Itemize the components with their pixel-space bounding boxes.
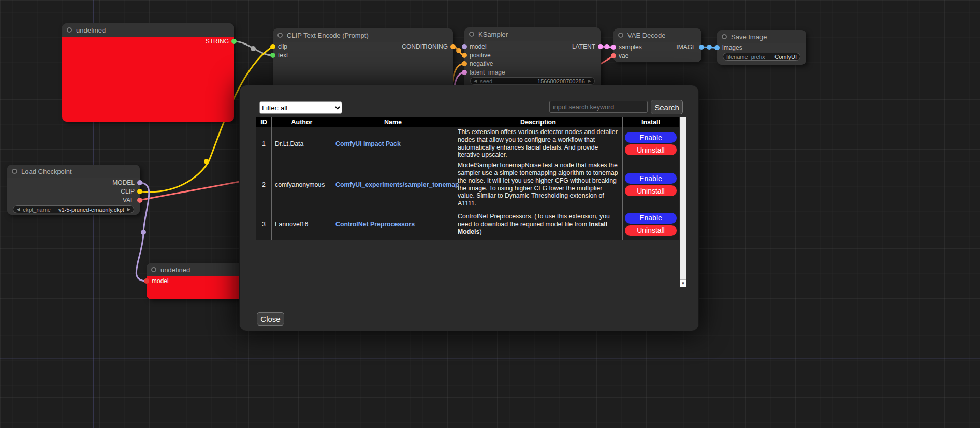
node-header[interactable]: KSampler <box>464 27 601 41</box>
scroll-down-icon[interactable]: ▼ <box>680 279 686 287</box>
slot-label: LATENT <box>572 43 595 50</box>
string-slot-dot-icon[interactable] <box>270 53 275 58</box>
decrement-arrow-icon[interactable]: ◀ <box>17 208 20 212</box>
node-title: Save Image <box>731 33 767 41</box>
extension-id: 1 <box>256 127 272 160</box>
output-slot-conditioning[interactable]: CONDITIONING <box>402 42 453 51</box>
increment-arrow-icon[interactable]: ▶ <box>588 79 591 83</box>
image-slot-dot-icon[interactable] <box>714 45 720 50</box>
enable-button[interactable]: Enable <box>625 213 677 224</box>
node-save-image[interactable]: Save Image images filename_prefix ComfyU… <box>717 30 806 65</box>
enable-button[interactable]: Enable <box>625 132 677 143</box>
node-load-checkpoint[interactable]: Load Checkpoint MODEL CLIP VAE ◀ ckpt_na… <box>7 165 140 215</box>
clip-slot-dot-icon[interactable] <box>270 44 275 49</box>
decrement-arrow-icon[interactable]: ◀ <box>474 79 477 83</box>
collapse-dot-icon[interactable] <box>469 32 474 37</box>
collapse-dot-icon[interactable] <box>12 169 17 174</box>
extension-author: Fannovel16 <box>272 209 332 240</box>
latent-slot-dot-icon[interactable] <box>611 45 616 50</box>
ckpt-name-widget[interactable]: ◀ ckpt_name v1-5-pruned-emaonly.ckpt ▶ <box>13 205 134 213</box>
seed-widget[interactable]: ◀ seed 156680208700286 ▶ <box>470 77 595 85</box>
conditioning-slot-dot-icon[interactable] <box>462 61 467 66</box>
string-slot-dot-icon[interactable] <box>231 39 237 44</box>
image-slot-dot-icon[interactable] <box>699 45 704 50</box>
node-title: undefined <box>160 266 190 274</box>
slot-label: positive <box>470 52 491 59</box>
extension-author: Dr.Lt.Data <box>272 127 332 160</box>
input-slot-positive[interactable]: positive <box>464 51 491 60</box>
latent-slot-dot-icon[interactable] <box>462 70 467 75</box>
collapse-dot-icon[interactable] <box>722 34 727 39</box>
slot-label: model <box>152 277 169 285</box>
input-slot-samples[interactable]: samples <box>613 43 642 51</box>
node-header[interactable]: undefined <box>62 23 234 37</box>
extension-author: comfyanonymous <box>272 160 332 209</box>
node-header[interactable]: VAE Decode <box>613 28 701 42</box>
input-slot-vae[interactable]: vae <box>613 52 628 60</box>
conditioning-slot-dot-icon[interactable] <box>450 44 456 49</box>
model-slot-dot-icon[interactable] <box>462 44 467 49</box>
wire-midpoint-dot <box>251 46 256 51</box>
search-input[interactable] <box>549 101 648 113</box>
vae-slot-dot-icon[interactable] <box>137 198 142 203</box>
extension-link[interactable]: ControlNet Preprocessors <box>335 220 415 228</box>
node-header[interactable]: CLIP Text Encode (Prompt) <box>273 28 453 42</box>
slot-label: negative <box>470 60 493 67</box>
search-button[interactable]: Search <box>651 100 683 114</box>
input-slot-model[interactable]: model <box>464 42 487 51</box>
input-slot-negative[interactable]: negative <box>464 60 493 68</box>
latent-slot-dot-icon[interactable] <box>598 44 603 49</box>
wire-midpoint-dot <box>456 48 461 53</box>
uninstall-button[interactable]: Uninstall <box>625 225 677 236</box>
slot-label: STRING <box>206 38 229 45</box>
close-button[interactable]: Close <box>257 312 284 326</box>
extension-link[interactable]: ComfyUI_experiments/sampler_tonemap <box>335 181 459 188</box>
graph-canvas[interactable]: { "colors": { "canvas_bg": "#1E1E1E", "n… <box>0 0 980 428</box>
wire-midpoint-dot <box>604 44 609 49</box>
output-slot-latent[interactable]: LATENT <box>572 42 601 51</box>
extension-description: ControlNet Preprocessors. (To use this e… <box>454 209 623 240</box>
output-slot-string[interactable]: STRING <box>206 37 234 46</box>
collapse-dot-icon[interactable] <box>618 33 623 38</box>
input-slot-images[interactable]: images <box>717 43 742 52</box>
slot-label: clip <box>278 43 287 50</box>
vae-slot-dot-icon[interactable] <box>611 53 616 58</box>
extension-table: ID Author Name Description Install 1Dr.L… <box>256 117 679 240</box>
collapse-dot-icon[interactable] <box>277 33 283 38</box>
input-slot-text[interactable]: text <box>273 51 288 60</box>
node-header[interactable]: Save Image <box>717 30 806 43</box>
widget-value: 156680208700286 <box>537 78 585 84</box>
collapse-dot-icon[interactable] <box>67 27 72 33</box>
collapse-dot-icon[interactable] <box>151 267 156 272</box>
input-slot-latent-image[interactable]: latent_image <box>464 68 505 77</box>
install-cell: EnableUninstall <box>623 127 679 160</box>
node-undefined-top[interactable]: undefined STRING <box>62 23 234 122</box>
output-slot-image[interactable]: IMAGE <box>676 43 701 51</box>
output-slot-clip[interactable]: CLIP <box>121 187 140 196</box>
node-vae-decode[interactable]: VAE Decode samples vae IMAGE <box>613 28 701 62</box>
clip-slot-dot-icon[interactable] <box>137 189 142 194</box>
uninstall-button[interactable]: Uninstall <box>625 144 677 155</box>
filter-select[interactable]: Filter: all <box>259 101 342 114</box>
node-header[interactable]: Load Checkpoint <box>7 165 140 178</box>
extension-link[interactable]: ComfyUI Impact Pack <box>335 140 401 147</box>
model-slot-dot-icon[interactable] <box>137 180 142 185</box>
extension-description: This extension offers various detector n… <box>454 127 623 160</box>
uninstall-button[interactable]: Uninstall <box>625 185 677 196</box>
extension-id: 2 <box>256 160 272 209</box>
install-cell: EnableUninstall <box>623 160 679 209</box>
enable-button[interactable]: Enable <box>625 173 677 184</box>
table-scrollbar[interactable]: ▼ <box>680 117 686 287</box>
manager-dialog: Filter: all Search ID Author Name Descri… <box>239 85 699 331</box>
output-slot-vae[interactable]: VAE <box>123 196 140 204</box>
increment-arrow-icon[interactable]: ▶ <box>127 208 130 212</box>
input-slot-model[interactable]: model <box>147 277 169 285</box>
filename-prefix-widget[interactable]: filename_prefix ComfyUI <box>723 53 800 61</box>
node-title: undefined <box>76 26 106 34</box>
conditioning-slot-dot-icon[interactable] <box>462 53 467 58</box>
output-slot-model[interactable]: MODEL <box>112 179 140 187</box>
model-slot-dot-icon[interactable] <box>144 278 149 284</box>
input-slot-clip[interactable]: clip <box>273 42 287 51</box>
widget-value: ComfyUI <box>774 54 797 60</box>
slot-label: CONDITIONING <box>402 43 448 50</box>
